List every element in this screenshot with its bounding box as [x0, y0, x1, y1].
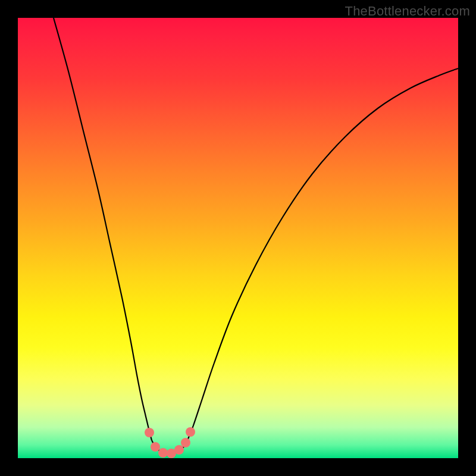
valley-marker	[181, 438, 190, 447]
bottleneck-curve-left	[54, 18, 152, 440]
curve-layer	[18, 18, 458, 458]
valley-marker	[145, 428, 154, 437]
valley-marker	[186, 427, 195, 437]
watermark-text: TheBottlenecker.com	[345, 4, 470, 19]
valley-marker	[158, 448, 168, 458]
valley-marker	[151, 442, 160, 452]
bottleneck-curve-right	[187, 68, 458, 440]
chart-frame: TheBottlenecker.com	[0, 0, 476, 476]
plot-area	[18, 18, 458, 458]
valley-markers	[145, 427, 195, 458]
valley-marker	[174, 445, 184, 455]
